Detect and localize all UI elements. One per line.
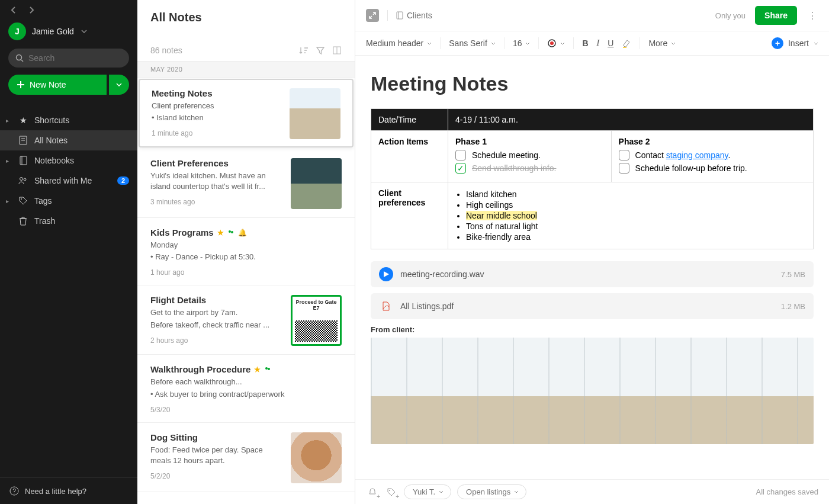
note-snippet: Get to the airport by 7am. bbox=[150, 307, 284, 318]
note-thumbnail: Proceed to Gate E7 bbox=[291, 295, 342, 346]
add-reminder-icon[interactable]: + bbox=[366, 486, 379, 499]
svg-point-16 bbox=[229, 230, 231, 233]
highlight-button[interactable] bbox=[622, 38, 631, 48]
svg-point-23 bbox=[550, 41, 554, 45]
note-count: 86 notes bbox=[150, 46, 182, 55]
font-family-dropdown[interactable]: Sans Serif bbox=[449, 38, 496, 48]
table-cell[interactable]: Island kitchen High ceilings Near middle… bbox=[448, 182, 814, 249]
note-snippet: Client preferences bbox=[152, 101, 282, 111]
chevron-down-icon bbox=[81, 30, 87, 33]
expand-caret-icon: ▸ bbox=[6, 117, 12, 124]
note-snippet: • Island kitchen bbox=[152, 113, 282, 123]
note-time: 5/3/20 bbox=[150, 406, 342, 414]
formatting-toolbar: Medium header Sans Serif 16 B I U More +… bbox=[355, 31, 829, 56]
checkbox-checked[interactable]: ✓ bbox=[455, 163, 466, 174]
note-time: 2 hours ago bbox=[150, 336, 284, 345]
table-cell[interactable]: Phase 1 Schedule meeting. ✓Send walkthro… bbox=[448, 131, 612, 182]
notebook-icon bbox=[18, 155, 28, 166]
new-note-dropdown[interactable] bbox=[109, 75, 129, 95]
svg-text:?: ? bbox=[12, 488, 16, 495]
tag-pill[interactable]: Open listings bbox=[457, 484, 526, 499]
note-title: Kids Programs ★ 🔔 bbox=[150, 227, 342, 237]
document-title[interactable]: Meeting Notes bbox=[371, 72, 814, 95]
table-header[interactable]: 4-19 / 11:00 a.m. bbox=[448, 109, 814, 131]
nav-trash[interactable]: Trash bbox=[0, 211, 137, 231]
nav-tags[interactable]: ▸ Tags bbox=[0, 191, 137, 211]
search-icon bbox=[15, 54, 24, 62]
breadcrumb-notebook[interactable]: Clients bbox=[396, 11, 432, 20]
checkbox[interactable] bbox=[619, 163, 629, 174]
attachment-name: All Listings.pdf bbox=[400, 301, 454, 311]
note-snippet: • Ask buyer to bring contract/paperwork bbox=[150, 389, 342, 400]
share-status: Only you bbox=[715, 11, 746, 20]
more-formatting-dropdown[interactable]: More bbox=[648, 38, 676, 48]
svg-rect-20 bbox=[397, 12, 403, 19]
svg-rect-7 bbox=[20, 156, 27, 165]
table-cell[interactable]: Action Items bbox=[371, 131, 448, 182]
underline-button[interactable]: U bbox=[608, 38, 613, 48]
note-snippet: Before each walkthrough... bbox=[150, 377, 342, 387]
attachment-pdf[interactable]: All Listings.pdf 1.2 MB bbox=[371, 293, 814, 319]
more-actions-icon[interactable]: ⋮ bbox=[806, 10, 818, 21]
table-header[interactable]: Date/Time bbox=[371, 109, 448, 131]
bold-button[interactable]: B bbox=[582, 38, 588, 48]
nav-all-notes[interactable]: All Notes bbox=[0, 130, 137, 150]
nav-forward-icon[interactable] bbox=[26, 5, 37, 15]
search-input[interactable] bbox=[8, 49, 129, 68]
attachment-name: meeting-recording.wav bbox=[400, 269, 484, 279]
expand-note-icon[interactable] bbox=[366, 9, 379, 22]
nav-label: Trash bbox=[34, 216, 55, 226]
plus-icon bbox=[17, 81, 25, 89]
plus-circle-icon: + bbox=[772, 37, 783, 49]
help-icon: ? bbox=[9, 486, 19, 496]
svg-line-1 bbox=[21, 60, 23, 62]
font-color-dropdown[interactable] bbox=[547, 38, 565, 48]
text-style-dropdown[interactable]: Medium header bbox=[366, 38, 432, 48]
tag-icon bbox=[18, 195, 28, 206]
tag-pill[interactable]: Yuki T. bbox=[404, 484, 451, 499]
nav-back-icon[interactable] bbox=[8, 5, 19, 15]
section-label: MAY 2020 bbox=[137, 61, 355, 78]
add-tag-icon[interactable]: + bbox=[385, 486, 398, 499]
svg-point-9 bbox=[20, 178, 23, 181]
expand-caret-icon: ▸ bbox=[6, 198, 12, 204]
italic-button[interactable]: I bbox=[597, 38, 600, 48]
play-icon[interactable] bbox=[379, 267, 393, 281]
svg-point-11 bbox=[21, 198, 22, 200]
note-card[interactable]: Walkthrough Procedure ★ Before each walk… bbox=[137, 355, 355, 422]
note-card[interactable]: Kids Programs ★ 🔔 Monday • Ray - Dance -… bbox=[137, 218, 355, 285]
note-card[interactable]: Meeting Notes Client preferences • Islan… bbox=[139, 79, 354, 147]
nav-shortcuts[interactable]: ▸ ★ Shortcuts bbox=[0, 110, 137, 130]
view-toggle-icon[interactable] bbox=[332, 46, 342, 55]
note-title: Meeting Notes bbox=[152, 88, 282, 98]
font-size-dropdown[interactable]: 16 bbox=[513, 38, 531, 48]
editor-panel: Clients Only you Share ⋮ Medium header S… bbox=[355, 0, 829, 504]
svg-point-10 bbox=[24, 178, 26, 181]
note-card[interactable]: Flight Details Get to the airport by 7am… bbox=[137, 285, 355, 355]
new-note-button[interactable]: New Note bbox=[8, 75, 107, 95]
nav-notebooks[interactable]: ▸ Notebooks bbox=[0, 150, 137, 171]
note-thumbnail bbox=[291, 158, 342, 209]
note-card[interactable]: Dog Sitting Food: Feed twice per day. Sp… bbox=[137, 423, 355, 492]
sort-icon[interactable] bbox=[299, 46, 309, 55]
nav-label: Notebooks bbox=[34, 156, 74, 165]
nav-shared[interactable]: Shared with Me 2 bbox=[0, 171, 137, 191]
note-time: 1 hour ago bbox=[150, 268, 342, 277]
note-card[interactable]: Client Preferences Yuki's ideal kitchen.… bbox=[137, 149, 355, 218]
attachment-audio[interactable]: meeting-recording.wav 7.5 MB bbox=[371, 261, 814, 287]
svg-point-18 bbox=[265, 367, 268, 370]
checkbox[interactable] bbox=[455, 150, 466, 160]
staging-company-link[interactable]: staging company bbox=[666, 150, 728, 160]
user-menu[interactable]: J Jamie Gold bbox=[8, 23, 129, 40]
filter-icon[interactable] bbox=[316, 46, 325, 55]
note-snippet: Monday bbox=[150, 240, 342, 251]
table-cell[interactable]: Client preferences bbox=[371, 182, 448, 249]
checkbox[interactable] bbox=[619, 150, 629, 160]
table-cell[interactable]: Phase 2 Contact staging company. Schedul… bbox=[611, 131, 813, 182]
editor-content[interactable]: Meeting Notes Date/Time 4-19 / 11:00 a.m… bbox=[355, 56, 829, 479]
client-photo[interactable] bbox=[371, 338, 814, 444]
insert-dropdown[interactable]: + Insert bbox=[772, 37, 818, 49]
share-button[interactable]: Share bbox=[755, 6, 797, 25]
search-field[interactable] bbox=[28, 53, 122, 63]
help-link[interactable]: ? Need a little help? bbox=[0, 477, 137, 504]
